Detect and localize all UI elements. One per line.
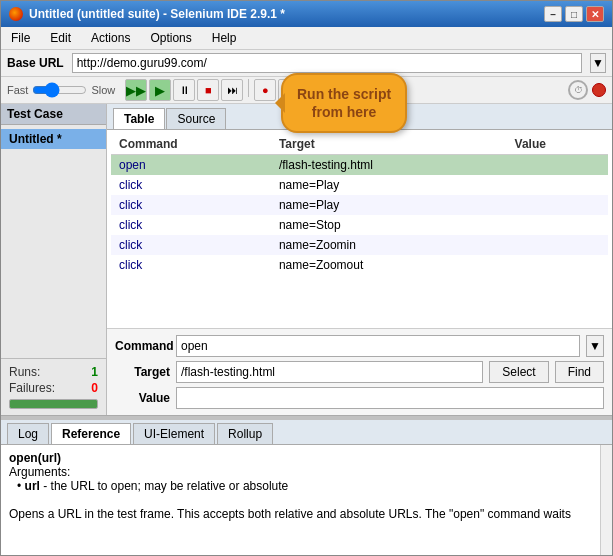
stop-button[interactable]: ■ [197,79,219,101]
speed-indicator: ⏱ [568,80,588,100]
annotation-balloon: Run the script from here [281,73,407,133]
command-table: Command Target Value open/flash-testing.… [111,134,608,275]
minimize-button[interactable]: – [544,6,562,22]
pause-button[interactable]: ⏸ [173,79,195,101]
menu-options[interactable]: Options [146,29,195,47]
table-row[interactable]: clickname=Play [111,195,608,215]
tab-table[interactable]: Table [113,108,165,129]
find-button[interactable]: Find [555,361,604,383]
table-row[interactable]: open/flash-testing.html [111,155,608,176]
arg-desc: - the URL to open; may be relative or ab… [40,479,288,493]
menu-actions[interactable]: Actions [87,29,134,47]
record-indicator [592,83,606,97]
speed-slider[interactable] [32,84,87,96]
command-input[interactable] [176,335,580,357]
slow-label: Slow [91,84,115,96]
table-row[interactable]: clickname=Zoomin [111,235,608,255]
failures-label: Failures: [9,381,55,395]
title-bar: Untitled (untitled suite) - Selenium IDE… [1,1,612,27]
progress-bar-fill [10,400,97,408]
cell-value [507,215,608,235]
command-dropdown-btn[interactable]: ▼ [586,335,604,357]
cell-value [507,195,608,215]
cell-value [507,255,608,275]
run-info: Runs: 1 Failures: 0 [1,358,106,415]
cell-command: click [111,215,271,235]
base-url-input[interactable] [72,53,582,73]
maximize-button[interactable]: □ [565,6,583,22]
function-name: open(url) [9,451,61,465]
arg-key: url [25,479,40,493]
bottom-tabs-bar: Log Reference UI-Element Rollup [1,420,612,445]
col-value: Value [507,134,608,155]
col-command: Command [111,134,271,155]
title-bar-buttons: – □ ✕ [544,6,604,22]
bottom-content: open(url) Arguments: • url - the URL to … [1,445,612,555]
left-panel: Test Case Untitled * Runs: 1 Failures: 0 [1,104,107,415]
tab-reference[interactable]: Reference [51,423,131,444]
function-description: Opens a URL in the test frame. This acce… [9,507,571,521]
table-row[interactable]: clickname=Zoomout [111,255,608,275]
menu-help[interactable]: Help [208,29,241,47]
argument-bullet: • url - the URL to open; may be relative… [17,479,288,493]
test-case-header: Test Case [1,104,106,125]
play-button[interactable]: ▶ [149,79,171,101]
cell-target: name=Stop [271,215,507,235]
scrollbar[interactable] [600,445,612,555]
progress-bar [9,399,98,409]
tab-rollup[interactable]: Rollup [217,423,273,444]
tab-ui-element[interactable]: UI-Element [133,423,215,444]
runs-value: 1 [91,365,98,379]
cell-command: click [111,235,271,255]
runs-label: Runs: [9,365,40,379]
command-area: Command ▼ Target Select Find Value [107,328,612,415]
cell-command: click [111,255,271,275]
failures-value: 0 [91,381,98,395]
target-input[interactable] [176,361,483,383]
table-row[interactable]: clickname=Play [111,175,608,195]
menu-edit[interactable]: Edit [46,29,75,47]
cell-target: name=Zoomin [271,235,507,255]
cell-command: click [111,195,271,215]
test-case-list: Untitled * [1,125,106,358]
menu-file[interactable]: File [7,29,34,47]
value-label: Value [115,391,170,405]
reference-content: open(url) Arguments: • url - the URL to … [9,451,604,521]
play-all-button[interactable]: ▶▶ [125,79,147,101]
main-area: Test Case Untitled * Runs: 1 Failures: 0 [1,104,612,415]
firefox-icon [9,7,23,21]
close-button[interactable]: ✕ [586,6,604,22]
value-input[interactable] [176,387,604,409]
tab-source[interactable]: Source [166,108,226,129]
cell-command: click [111,175,271,195]
test-case-item[interactable]: Untitled * [1,129,106,149]
right-panel: Table Source Command Target Value open/f… [107,104,612,415]
arguments-label: Arguments: [9,465,70,479]
base-url-label: Base URL [7,56,64,70]
window-title: Untitled (untitled suite) - Selenium IDE… [29,7,285,21]
col-target: Target [271,134,507,155]
cell-target: name=Zoomout [271,255,507,275]
menu-bar: File Edit Actions Options Help [1,27,612,50]
select-button[interactable]: Select [489,361,548,383]
cell-target: name=Play [271,175,507,195]
command-label: Command [115,339,170,353]
cell-target: /flash-testing.html [271,155,507,176]
cell-value [507,235,608,255]
target-label: Target [115,365,170,379]
bottom-section: Log Reference UI-Element Rollup open(url… [1,420,612,555]
base-url-dropdown[interactable]: ▼ [590,53,606,73]
cell-value [507,175,608,195]
table-row[interactable]: clickname=Stop [111,215,608,235]
main-window: Untitled (untitled suite) - Selenium IDE… [0,0,613,556]
cell-target: name=Play [271,195,507,215]
tab-log[interactable]: Log [7,423,49,444]
table-area: Command Target Value open/flash-testing.… [107,130,612,328]
cell-value [507,155,608,176]
cell-command: open [111,155,271,176]
step-button[interactable]: ⏭ [221,79,243,101]
fast-label: Fast [7,84,28,96]
